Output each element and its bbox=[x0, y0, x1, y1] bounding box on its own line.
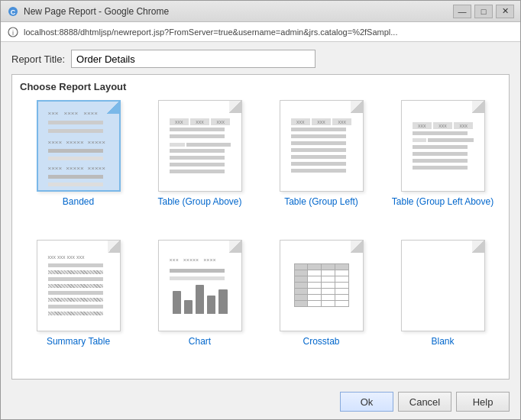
layout-item-crosstab[interactable]: Crosstab bbox=[263, 240, 380, 373]
layout-panel: Choose Report Layout ××× ×××× ×××× bbox=[11, 74, 510, 380]
layout-item-table-group-left-above[interactable]: xxx xxx xxx bbox=[384, 100, 501, 234]
layout-item-summary-table[interactable]: xxx xxx xxx xxx bbox=[20, 240, 137, 373]
chart-label: Chart bbox=[189, 336, 211, 347]
crosstab-label: Crosstab bbox=[303, 336, 339, 347]
address-text: localhost:8888/dhtmljsp/newreport.jsp?Fr… bbox=[24, 27, 397, 37]
svg-text:i: i bbox=[12, 29, 14, 37]
crosstab-preview bbox=[280, 240, 364, 331]
address-bar: i localhost:8888/dhtmljsp/newreport.jsp?… bbox=[1, 22, 520, 42]
layout-grid: ××× ×××× ×××× ×××× ××××× ××××× bbox=[20, 100, 501, 373]
table-group-above-preview: xxx xxx xxx bbox=[158, 100, 242, 192]
help-button[interactable]: Help bbox=[456, 392, 510, 412]
layout-item-blank[interactable]: Blank bbox=[384, 240, 501, 373]
report-title-row: Report Title: bbox=[11, 50, 510, 68]
layout-item-table-group-left[interactable]: xxx xxx xxx Ta bbox=[263, 100, 380, 234]
title-bar: C New Page Report - Google Chrome — □ ✕ bbox=[1, 1, 520, 22]
report-title-input[interactable] bbox=[71, 50, 316, 68]
layout-panel-title: Choose Report Layout bbox=[20, 81, 501, 92]
layout-item-banded[interactable]: ××× ×××× ×××× ×××× ××××× ××××× bbox=[20, 100, 137, 234]
cancel-button[interactable]: Cancel bbox=[398, 392, 451, 412]
summary-table-label: Summary Table bbox=[47, 336, 110, 347]
info-icon: i bbox=[7, 26, 19, 38]
banded-preview: ××× ×××× ×××× ×××× ××××× ××××× bbox=[37, 100, 121, 192]
window-icon: C bbox=[7, 5, 19, 18]
summary-table-preview: xxx xxx xxx xxx bbox=[37, 240, 121, 331]
close-button[interactable]: ✕ bbox=[496, 5, 514, 18]
table-group-left-label: Table (Group Left) bbox=[284, 196, 358, 207]
blank-preview bbox=[401, 240, 485, 331]
table-group-left-above-preview: xxx xxx xxx bbox=[401, 100, 485, 192]
layout-item-table-group-above[interactable]: xxx xxx xxx bbox=[141, 100, 258, 234]
window-controls: — □ ✕ bbox=[453, 5, 514, 18]
ok-button[interactable]: Ok bbox=[340, 392, 393, 412]
layout-item-chart[interactable]: ××× ××××× ×××× bbox=[141, 240, 258, 373]
table-group-above-label: Table (Group Above) bbox=[157, 196, 241, 207]
dialog-footer: Ok Cancel Help bbox=[1, 387, 520, 419]
main-window: C New Page Report - Google Chrome — □ ✕ … bbox=[0, 0, 521, 420]
maximize-button[interactable]: □ bbox=[474, 5, 493, 18]
chart-preview: ××× ××××× ×××× bbox=[158, 240, 242, 331]
blank-label: Blank bbox=[431, 336, 454, 347]
content-area: Report Title: Choose Report Layout ××× ×… bbox=[1, 42, 520, 387]
table-group-left-above-label: Table (Group Left Above) bbox=[392, 196, 493, 207]
banded-label: Banded bbox=[63, 196, 94, 207]
report-title-label: Report Title: bbox=[11, 53, 65, 65]
window-title: New Page Report - Google Chrome bbox=[24, 6, 453, 17]
svg-text:C: C bbox=[11, 8, 16, 16]
table-group-left-preview: xxx xxx xxx bbox=[280, 100, 364, 192]
minimize-button[interactable]: — bbox=[453, 5, 471, 18]
